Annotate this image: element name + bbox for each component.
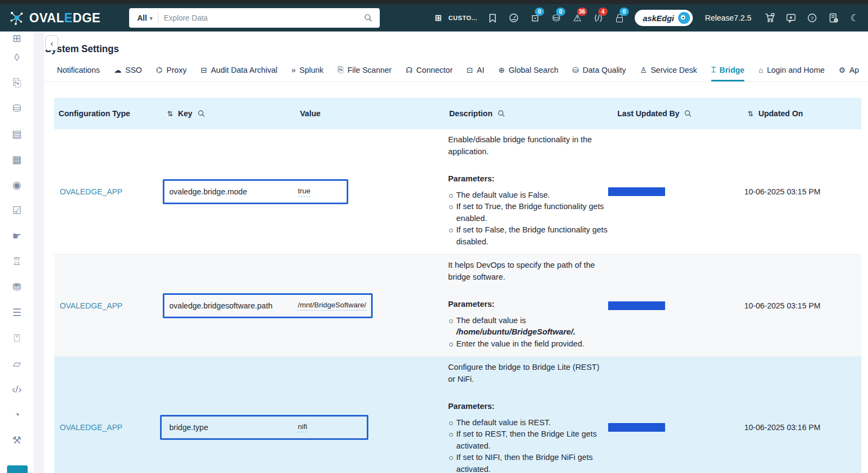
tab-filescanner[interactable]: ⎘File Scanner xyxy=(337,59,392,81)
tab-servicedesk[interactable]: ♙Service Desk xyxy=(640,59,697,81)
tab-bridge[interactable]: ⌶Bridge xyxy=(711,59,744,81)
search-icon[interactable] xyxy=(684,110,692,118)
projects-icon[interactable]: ▱ xyxy=(0,351,34,376)
approval-hand-icon[interactable]: ☛ xyxy=(0,223,34,249)
tab-ai[interactable]: ⊡AI xyxy=(467,59,484,81)
column-header-key[interactable]: ⇅ Key xyxy=(163,109,296,118)
tab-sso[interactable]: ☁SSO xyxy=(114,59,142,81)
parameter-bullet: If set to REST, then the Bridge Lite get… xyxy=(448,428,609,452)
column-header-updated-on[interactable]: ⇅ Updated On xyxy=(743,109,861,118)
workspace-selector[interactable]: ⊞ CUSTO... xyxy=(432,11,477,24)
tools-icon[interactable]: ⚒ xyxy=(0,427,34,453)
alert-triangle-icon[interactable]: ⚠36 xyxy=(571,11,583,24)
tab-app[interactable]: ⚙Ap xyxy=(839,59,859,81)
config-key-cell: ovaledge.bridge.mode xyxy=(163,187,296,196)
checklist-icon[interactable]: ☑ xyxy=(0,198,34,223)
file-scanner-icon: ⎘ xyxy=(337,65,343,74)
config-table-row: OVALEDGE_APP ovaledge.bridgesoftware.pat… xyxy=(54,255,861,357)
notebook-icon[interactable]: ▤ xyxy=(0,121,34,147)
help-icon[interactable]: ? xyxy=(806,11,818,24)
description-intro: It helps DevOps to specify the path of t… xyxy=(448,260,607,283)
tab-dataquality[interactable]: ⛁Data Quality xyxy=(572,59,626,81)
configuration-type-cell[interactable]: OVALEDGE_APP xyxy=(54,423,163,432)
proxy-network-icon: ⌬ xyxy=(156,66,163,74)
glossary-icon[interactable]: ☰ xyxy=(0,300,34,325)
tab-loginhome[interactable]: ⌂Login and Home xyxy=(758,59,825,81)
cart-icon[interactable] xyxy=(764,11,776,24)
svg-text:?: ? xyxy=(810,16,813,21)
sort-icon[interactable]: ⇅ xyxy=(748,110,754,118)
tab-connector[interactable]: ☊Connector xyxy=(406,59,452,81)
search-icon[interactable] xyxy=(364,14,373,22)
data-catalog-icon[interactable]: ⊞ xyxy=(0,31,34,45)
description-intro: Configure the bridge to Bridge Lite (RES… xyxy=(448,362,607,385)
column-header-description[interactable]: Description xyxy=(445,109,613,118)
editable-value[interactable]: /mnt/BridgeSoftware/ xyxy=(298,301,366,311)
search-icon[interactable] xyxy=(497,110,506,118)
code-alerts-icon[interactable]: ⟨/⟩4 xyxy=(592,11,604,24)
tab-label: Bridge xyxy=(719,66,744,74)
search-input[interactable] xyxy=(158,14,364,22)
tab-proxy[interactable]: ⌬Proxy xyxy=(156,59,187,81)
service-desk-person-icon: ♙ xyxy=(640,66,647,74)
tab-label: Service Desk xyxy=(650,66,697,74)
gauge-icon[interactable] xyxy=(508,11,520,24)
editable-value[interactable]: true xyxy=(298,187,310,197)
lock-icon[interactable]: 0 xyxy=(614,11,626,24)
feedback-icon[interactable] xyxy=(785,11,797,24)
ovaledge-logo[interactable]: OVALEDGE xyxy=(9,4,100,31)
search-scope-dropdown[interactable]: All▾ xyxy=(129,14,158,22)
updated-on-cell: 10-06-2025 03:16 PM xyxy=(743,423,861,432)
redaction-block xyxy=(608,301,665,310)
tab-label: Connector xyxy=(416,66,452,74)
tab-audit[interactable]: ⊟Audit Data Archival xyxy=(201,59,277,81)
redaction-block xyxy=(608,187,665,196)
parameter-bullet: The default value is False. xyxy=(448,190,609,201)
askedgi-button[interactable]: askEdgi xyxy=(635,10,693,26)
tab-label: Proxy xyxy=(167,66,187,74)
query-sheet-icon[interactable]: ‹/› xyxy=(0,376,34,402)
sort-icon[interactable]: ⇅ xyxy=(167,110,173,118)
documents-icon[interactable]: ⎘ xyxy=(0,70,34,96)
logo-wordmark: OVALEDGE xyxy=(29,11,100,26)
jobs-icon[interactable]: ⊡0 xyxy=(529,11,541,24)
config-table-row: OVALEDGE_APP bridge.type nifi Configure … xyxy=(54,357,861,473)
discussions-icon[interactable]: ⍞ xyxy=(0,325,34,351)
data-quality-icon[interactable]: ⛃ xyxy=(0,274,34,300)
tab-splunk[interactable]: »Splunk xyxy=(291,59,323,81)
search-icon[interactable] xyxy=(197,110,206,118)
updated-on-cell: 10-06-2025 03:15 PM xyxy=(743,187,861,196)
bookmark-icon[interactable] xyxy=(487,11,499,24)
tab-label: Splunk xyxy=(299,66,323,74)
column-header-configuration-type[interactable]: Configuration Type xyxy=(54,109,163,118)
release-notes-icon[interactable] xyxy=(827,11,839,24)
tab-globalsearch[interactable]: ⊕Global Search xyxy=(499,59,559,81)
reports-icon[interactable]: ▦ xyxy=(0,147,34,172)
crawler-icon[interactable]: ◉ xyxy=(0,172,34,198)
app-gear-icon: ⚙ xyxy=(839,66,846,74)
data-stores-icon[interactable]: ⛁ xyxy=(0,96,34,121)
parameter-bullet: If set to True, the Bridge functionality… xyxy=(448,201,609,224)
moon-icon[interactable]: ☾ xyxy=(848,11,860,24)
column-header-value[interactable]: Value xyxy=(296,109,445,118)
parameter-bullets: The default value is False.If set to Tru… xyxy=(448,190,609,248)
description-cell: Enable/disable bridge functionality in t… xyxy=(445,129,613,254)
scheduler-icon[interactable]: ◔ xyxy=(0,402,34,427)
configuration-table: Configuration Type ⇅ Key Value Descripti… xyxy=(54,98,861,473)
tags-icon[interactable]: ◊ xyxy=(0,45,34,70)
security-badge: 0 xyxy=(620,8,629,16)
editable-value[interactable]: nifi xyxy=(298,422,307,432)
tab-label: AI xyxy=(477,66,484,74)
parameter-bullet: The default value is REST. xyxy=(448,417,609,429)
sidebar-active-indicator[interactable] xyxy=(7,465,28,473)
parameter-bullets: The default value is /home/ubuntu/Bridge… xyxy=(448,315,609,350)
archive-box-icon: ⊟ xyxy=(201,66,207,74)
settings-tabbar: Notifications☁SSO⌬Proxy⊟Audit Data Archi… xyxy=(44,59,868,82)
database-icon[interactable]: ⛁0 xyxy=(550,11,562,24)
configuration-type-cell[interactable]: OVALEDGE_APP xyxy=(54,187,163,196)
governance-icon[interactable]: ♖ xyxy=(0,249,34,274)
tab-notifications[interactable]: Notifications xyxy=(57,59,100,81)
tabs-scroll-left-button[interactable]: ‹ xyxy=(46,35,58,51)
column-header-last-updated-by[interactable]: Last Updated By xyxy=(613,109,743,118)
configuration-type-cell[interactable]: OVALEDGE_APP xyxy=(54,301,163,310)
